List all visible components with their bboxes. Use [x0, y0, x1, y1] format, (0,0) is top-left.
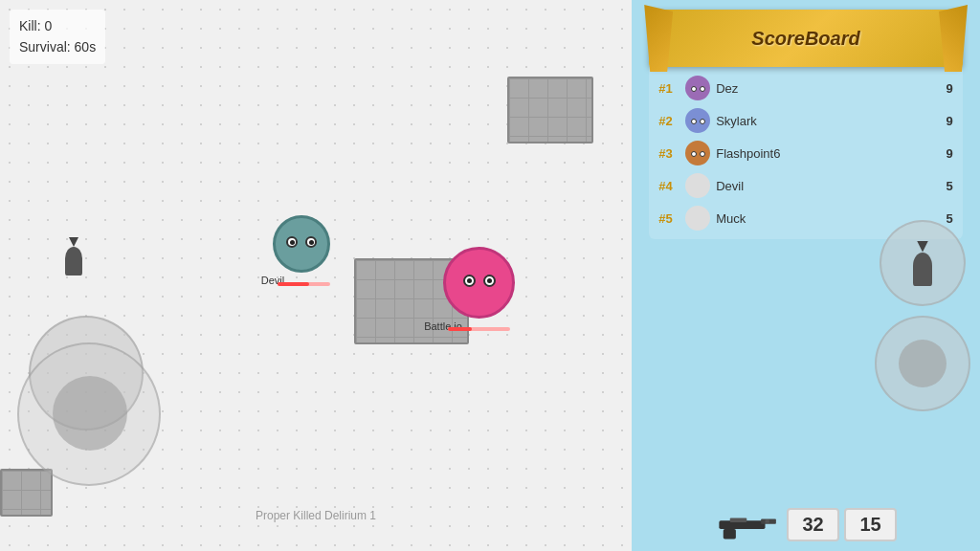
right-knife-body [913, 253, 932, 286]
obstacle-3 [0, 469, 53, 517]
joystick-inner-left[interactable] [53, 376, 127, 451]
avatar-4 [685, 173, 710, 198]
rank-2: #2 [658, 114, 685, 128]
svg-rect-2 [724, 529, 736, 540]
right-knife-tip [917, 241, 928, 253]
right-joystick-outer[interactable] [875, 316, 970, 411]
right-shoot-button[interactable] [880, 220, 966, 306]
player-devil [273, 215, 330, 273]
rank-3: #3 [658, 146, 685, 161]
svg-rect-3 [730, 518, 747, 522]
right-knife [913, 241, 932, 286]
stats-box: Kill: 0 Survival: 60s [10, 10, 105, 64]
kill-value: 0 [44, 18, 52, 33]
survival-label: Survival: [19, 39, 71, 55]
game-panel: Kill: 0 Survival: 60s Devil [0, 0, 632, 551]
kill-feed-message: Proper Killed Delirium 1 [256, 509, 376, 522]
score-2: 9 [947, 114, 953, 128]
player-battle-health [448, 327, 472, 331]
survival-stat: Survival: 60s [19, 36, 96, 57]
ui-panel: ScoreBoard #1 Dez 9 #2 Skylark 9 [632, 0, 980, 551]
name-1: Dez [716, 81, 946, 96]
avatar-1 [685, 76, 710, 100]
left-knife [65, 237, 82, 276]
player-battle [443, 247, 515, 319]
score-row-4: #4 Devil 5 [649, 169, 963, 202]
avatar-3 [685, 141, 710, 165]
name-4: Devil [716, 179, 946, 193]
score-row-3: #3 Flashpoint6 9 [649, 137, 963, 169]
rank-5: #5 [658, 211, 685, 226]
rank-1: #1 [658, 81, 685, 96]
scoreboard-list: #1 Dez 9 #2 Skylark 9 #3 [649, 67, 963, 239]
survival-value: 60s [75, 39, 97, 55]
score-4: 5 [947, 179, 953, 193]
avatar-5 [685, 206, 710, 231]
name-3: Flashpoint6 [716, 146, 946, 161]
right-controls [875, 220, 970, 494]
gun-icon-bottom [715, 508, 782, 541]
obstacle-1 [507, 77, 593, 143]
kill-feed: Proper Killed Delirium 1 [256, 509, 376, 522]
eye-left [286, 236, 298, 248]
eye-right [305, 236, 317, 248]
scoreboard: ScoreBoard #1 Dez 9 #2 Skylark 9 [649, 10, 963, 239]
knife-body-left [65, 247, 82, 276]
rank-4: #4 [658, 179, 685, 193]
scoreboard-title: ScoreBoard [751, 28, 859, 50]
kill-label: Kill: [19, 18, 41, 33]
right-joystick-inner[interactable] [899, 340, 947, 387]
bottom-bar: 32 15 [632, 508, 980, 541]
svg-rect-4 [766, 519, 769, 523]
player-battle-eyes [463, 275, 496, 287]
player-devil-health [278, 282, 309, 286]
ammo-current: 32 [787, 508, 839, 541]
scoreboard-banner: ScoreBoard [649, 10, 963, 67]
score-row-1: #1 Dez 9 [649, 72, 963, 104]
avatar-2 [685, 108, 710, 133]
score-row-2: #2 Skylark 9 [649, 104, 963, 137]
player-devil-eyes [286, 236, 317, 248]
ammo-reserve: 15 [844, 508, 897, 541]
score-3: 9 [947, 146, 953, 161]
battle-eye-left [463, 275, 476, 287]
knife-tip-left [69, 237, 78, 247]
name-2: Skylark [716, 114, 946, 128]
score-1: 9 [947, 81, 953, 96]
kill-stat: Kill: 0 [19, 15, 96, 36]
battle-eye-right [483, 275, 496, 287]
